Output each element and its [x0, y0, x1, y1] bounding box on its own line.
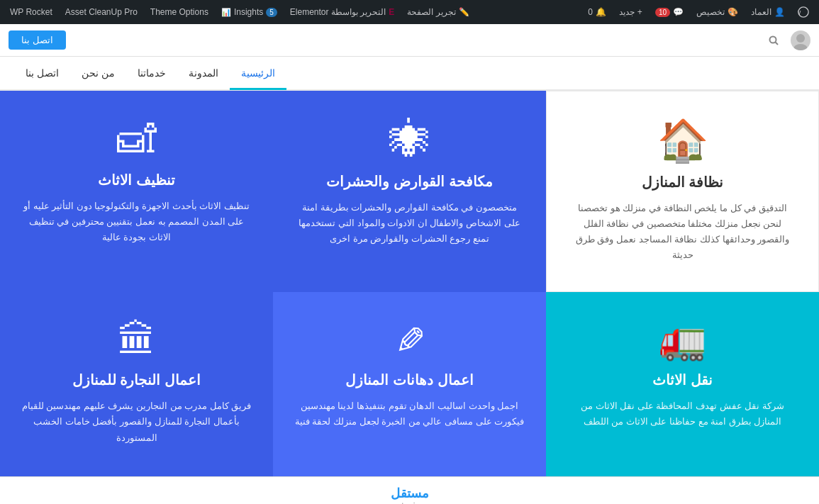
service-card-furniture-cleaning: 🛋 تنظيف الاثاث تنظيف الاثاث بأحدث الاجهز…: [0, 91, 273, 292]
service-title: تنظيف الاثاث: [98, 172, 175, 189]
service-title: اعمال النجارة للمنازل: [72, 371, 201, 388]
service-title: اعمال دهانات المنازل: [345, 371, 473, 388]
contact-button[interactable]: اتصل بنا: [9, 30, 66, 50]
admin-insights[interactable]: 5 Insights 📊: [217, 0, 282, 24]
truck-icon: 🚛: [659, 320, 706, 359]
service-desc: شركة نقل عفش تهدف المحافظة على نقل الاثا…: [567, 398, 798, 430]
service-card-home-cleaning: 🏠 نظافة المنازل التدقيق في كل ما يلخص ال…: [546, 91, 819, 292]
home-icon: 🏠: [657, 120, 708, 161]
watermark-arabic: مستقل: [9, 486, 810, 501]
wp-logo[interactable]: W: [793, 2, 813, 22]
avatar: [791, 30, 810, 50]
sofa-icon: 🛋: [117, 119, 157, 159]
brush-icon: ✏: [384, 315, 434, 364]
service-title: نظافة المنازل: [642, 174, 724, 191]
admin-wp-rocket[interactable]: WP Rocket: [6, 0, 57, 24]
service-desc: متخصصون في مكافحة القوارص والحشرات بطريق…: [294, 200, 525, 247]
nav-home[interactable]: الرئيسية: [230, 56, 286, 90]
svg-text:W: W: [798, 9, 801, 16]
service-desc: فريق كامل مدرب من النجارين يشرف عليهم مه…: [21, 398, 252, 445]
user-icon: 👤: [774, 7, 785, 17]
bar-chart-icon: 📊: [221, 8, 231, 17]
plus-icon: +: [637, 7, 642, 17]
svg-point-4: [770, 36, 776, 43]
building-icon: 🏛: [118, 320, 156, 359]
svg-line-5: [776, 42, 779, 45]
admin-edit-page[interactable]: ✏️ تجرير الصفحة: [403, 0, 473, 24]
insights-label: Insights: [234, 7, 263, 17]
service-desc: التدقيق في كل ما يلخص النظافة في منزلك ه…: [568, 201, 797, 263]
main-nav: الرئيسية المدونة خدماتنا من نحن اتصل بنا: [0, 57, 819, 91]
admin-comments[interactable]: 💬 10: [651, 0, 688, 24]
watermark-latin: mostaqi.com: [9, 501, 810, 504]
admin-theme-options[interactable]: Theme Options: [146, 0, 213, 24]
admin-bar-right: W 👤 العماد 🎨 تخصيص 💬 10 + جديد 🔔 0: [584, 0, 813, 24]
admin-customize[interactable]: 🎨 تخصيص: [692, 0, 742, 24]
admin-elementor[interactable]: E التحرير بواسطة Elementor: [286, 0, 399, 24]
admin-bar: W 👤 العماد 🎨 تخصيص 💬 10 + جديد 🔔 0 ✏️ تج…: [0, 0, 819, 24]
service-card-painting: ✏ اعمال دهانات المنازل اجمل واحدث اساليب…: [273, 292, 546, 476]
search-button[interactable]: [762, 29, 785, 52]
content-area: 🏠 نظافة المنازل التدقيق في كل ما يلخص ال…: [0, 91, 819, 504]
services-grid: 🏠 نظافة المنازل التدقيق في كل ما يلخص ال…: [0, 91, 819, 476]
spider-icon: 🕷: [389, 119, 430, 160]
comment-icon: 💬: [673, 7, 684, 17]
service-card-pest-control: 🕷 مكافحة القوارض والحشرات متخصصون في مكا…: [273, 91, 546, 292]
customize-icon: 🎨: [728, 7, 738, 17]
svg-point-3: [793, 44, 808, 50]
admin-notifications[interactable]: 🔔 0: [584, 0, 611, 24]
nav-about[interactable]: من نحن: [70, 56, 126, 90]
service-title: مكافحة القوارض والحشرات: [326, 173, 492, 190]
bell-icon: 🔔: [596, 7, 606, 17]
secondary-bar: اتصل بنا: [0, 24, 819, 57]
elementor-icon: E: [389, 7, 394, 17]
service-desc: اجمل واحدث اساليب الدهان تقوم بتنفيذها ل…: [294, 398, 525, 430]
admin-asset-cleanup[interactable]: Asset CleanUp Pro: [61, 0, 142, 24]
nav-blog[interactable]: المدونة: [177, 56, 230, 90]
nav-services[interactable]: خدماتنا: [126, 56, 177, 90]
admin-user[interactable]: 👤 العماد: [747, 0, 789, 24]
watermark: مستقل mostaqi.com: [0, 476, 819, 504]
service-card-carpentry: 🏛 اعمال النجارة للمنازل فريق كامل مدرب م…: [0, 292, 273, 476]
admin-bar-left: ✏️ تجرير الصفحة E التحرير بواسطة Element…: [6, 0, 474, 24]
service-desc: تنظيف الاثاث بأحدث الاجهزة والتكنولوجيا …: [21, 198, 252, 245]
admin-new[interactable]: + جديد: [615, 0, 647, 24]
service-card-moving: 🚛 نقل الاثاث شركة نقل عفش تهدف المحافظة …: [546, 292, 819, 476]
nav-contact[interactable]: اتصل بنا: [14, 56, 70, 90]
service-title: نقل الاثاث: [652, 371, 713, 388]
svg-point-2: [796, 34, 805, 43]
edit-page-icon: ✏️: [459, 7, 469, 17]
